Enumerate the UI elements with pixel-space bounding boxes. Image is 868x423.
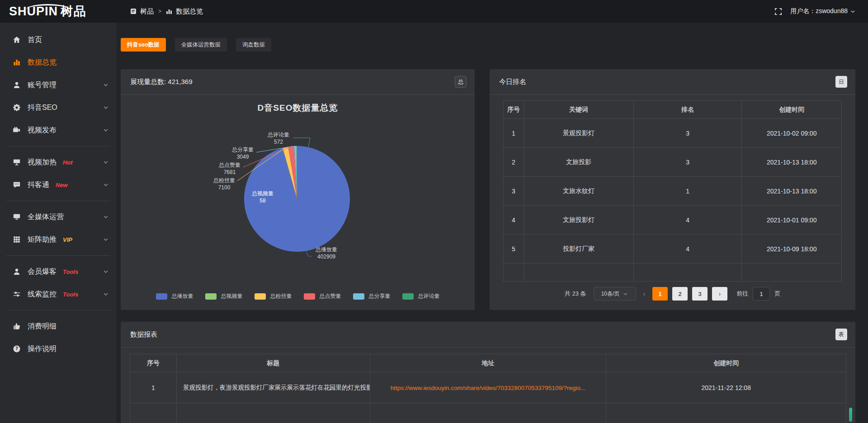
report-card: 数据报表 表 序号 标题 地址 创建时间 1 景观投影灯，夜游景观投影灯厂家展示…: [121, 322, 855, 423]
cell-seq: 2: [504, 148, 524, 177]
top-header: SHUPIN 树品 树品 > 数据总览 用户名：zswodun88: [0, 0, 868, 23]
chevron-down-icon: [103, 214, 108, 220]
sidebar-item-label: 账号管理: [28, 80, 57, 90]
app-logo[interactable]: SHUPIN 树品: [0, 3, 117, 19]
table-scrollbar-thumb[interactable]: [849, 408, 852, 422]
chevron-down-icon: [103, 82, 108, 88]
chevron-down-icon: [103, 237, 108, 242]
sidebar-item-label: 视频加热: [28, 158, 57, 167]
table-view-toggle-button[interactable]: 表: [835, 329, 847, 340]
daily-view-toggle-button[interactable]: 日: [835, 76, 847, 88]
screen-icon: [13, 158, 21, 166]
tab-douyin-seo-data[interactable]: 抖音seo数据: [121, 38, 166, 52]
pagination-total: 共 23 条: [565, 290, 586, 298]
legend-swatch: [156, 293, 167, 300]
sidebar-item-account-management[interactable]: 账号管理: [0, 74, 117, 96]
sidebar-divider: [6, 310, 110, 310]
sidebar-item-label: 全媒体运营: [28, 212, 64, 222]
video-camera-icon: [13, 126, 21, 134]
page-size-select[interactable]: 10条/页: [594, 287, 636, 301]
sidebar-item-clue-monitor[interactable]: 线索监控 Tools: [0, 283, 117, 306]
vip-badge: VIP: [63, 236, 72, 243]
svg-text:?: ?: [15, 346, 18, 351]
total-view-toggle-button[interactable]: 总: [455, 76, 467, 88]
chevron-down-icon: [103, 160, 108, 165]
table-row: 3 文旅水纹灯 1 2021-10-13 18:00: [504, 177, 842, 206]
cell-created: 2021-10-13 18:00: [742, 148, 842, 177]
cell-created: 2021-10-01 09:00: [742, 206, 842, 235]
sidebar-item-matrix-boost[interactable]: 矩阵助推 VIP: [0, 228, 117, 251]
breadcrumb-separator: >: [158, 8, 161, 14]
sidebar-item-media-operation[interactable]: 全媒体运营: [0, 206, 117, 228]
cell-seq: 1: [130, 372, 177, 403]
ranking-card: 今日排名 日 序号 关键词 排名 创建时间 1 景观投影灯 3 2021-10-…: [490, 69, 855, 310]
fullscreen-icon[interactable]: [774, 8, 782, 15]
legend-item-shares[interactable]: 总分享量: [353, 292, 391, 300]
sidebar-item-label: 线索监控: [28, 290, 57, 299]
cell-rank: 3: [633, 119, 741, 148]
tab-media-operation-data[interactable]: 全媒体运营数据: [175, 38, 227, 52]
sidebar-item-label: 操作说明: [28, 344, 57, 354]
sidebar-item-member-baoke[interactable]: 会员爆客 Tools: [0, 260, 117, 283]
page-button-3[interactable]: 3: [692, 287, 708, 301]
sidebar-item-douyin-seo[interactable]: 抖音SEO: [0, 96, 117, 119]
sidebar-item-data-overview[interactable]: 数据总览: [0, 51, 117, 74]
column-header-created: 创建时间: [606, 354, 846, 372]
help-circle-icon: ?: [13, 345, 21, 353]
column-header-keyword: 关键词: [524, 101, 633, 119]
pie-label-videos: 总视频量58: [245, 190, 281, 204]
impressions-total-label: 展现量总数: 421,369: [130, 78, 193, 86]
table-row: 1 景观投影灯 3 2021-10-02 09:00: [504, 119, 842, 148]
prev-page-button[interactable]: ‹: [641, 290, 648, 297]
cell-rank: 4: [633, 235, 741, 263]
sidebar-item-home[interactable]: 首页: [0, 28, 117, 51]
table-row: 4 文旅投影灯 4 2021-10-01 09:00: [504, 206, 842, 235]
data-tabbar: 抖音seo数据 全媒体运营数据 询盘数据: [121, 38, 271, 52]
cell-seq: 5: [504, 235, 524, 263]
page-button-2[interactable]: 2: [672, 287, 688, 301]
sidebar-item-video-heating[interactable]: 视频加热 Hot: [0, 151, 117, 174]
username-label: 用户名：zswodun88: [790, 7, 848, 15]
legend-item-comments[interactable]: 总评论量: [402, 292, 440, 300]
tab-inquiry-data[interactable]: 询盘数据: [236, 38, 271, 52]
user-menu[interactable]: 用户名：zswodun88: [790, 7, 855, 15]
sidebar-item-consumption-detail[interactable]: 消费明细: [0, 315, 117, 338]
chart-legend: 总播放量 总视频量 总粉丝量 总点赞量 总分享量 总评论量: [121, 292, 475, 300]
cell-seq: 3: [504, 177, 524, 206]
legend-item-videos[interactable]: 总视频量: [205, 292, 243, 300]
pie-label-shares: 总分享量3049: [225, 146, 261, 160]
goto-page-input[interactable]: [753, 287, 770, 301]
pagination: 共 23 条 10条/页 ‹ 1 2 3 › 前往 页: [503, 287, 842, 301]
chevron-down-icon: [103, 269, 108, 274]
chevron-down-icon: [103, 291, 108, 297]
app-square-icon: [130, 8, 137, 14]
breadcrumb-root[interactable]: 树品: [140, 7, 154, 16]
sidebar-item-label: 矩阵助推: [28, 235, 57, 244]
cell-rank: 1: [633, 177, 741, 206]
grid-icon: [13, 235, 21, 244]
report-card-header: 数据报表 表: [121, 322, 855, 348]
legend-item-likes[interactable]: 总点赞量: [304, 292, 341, 300]
breadcrumb-current[interactable]: 数据总览: [176, 7, 203, 16]
cell-rank: 3: [633, 148, 741, 177]
sidebar-item-label: 视频发布: [28, 126, 57, 135]
column-header-created: 创建时间: [742, 101, 842, 119]
pie-label-plays: 总播放量402909: [308, 246, 344, 260]
video-url-link[interactable]: https://www.iesdouyin.com/share/video/70…: [391, 385, 586, 391]
sidebar-item-video-publish[interactable]: 视频发布: [0, 119, 117, 141]
legend-item-fans[interactable]: 总粉丝量: [255, 292, 292, 300]
page-button-1[interactable]: 1: [652, 287, 668, 301]
thumb-card-icon: [13, 322, 21, 330]
new-badge: New: [56, 182, 68, 188]
home-icon: [13, 36, 21, 44]
sidebar-item-douketong[interactable]: 抖客通 New: [0, 174, 117, 196]
cell-keyword: 文旅水纹灯: [524, 177, 633, 206]
sidebar-item-operation-guide[interactable]: ? 操作说明: [0, 338, 117, 360]
legend-item-plays[interactable]: 总播放量: [156, 292, 193, 300]
pie-chart[interactable]: [121, 95, 475, 310]
legend-swatch: [255, 293, 266, 300]
cell-created: 2021-10-13 18:00: [742, 177, 842, 206]
sidebar-item-label: 抖音SEO: [28, 103, 57, 113]
next-page-button[interactable]: ›: [712, 287, 727, 301]
pie-chart-area: D音SEO数据量总览 总评论量572 总分享量3049 总点赞量7681 总粉丝…: [121, 95, 475, 310]
